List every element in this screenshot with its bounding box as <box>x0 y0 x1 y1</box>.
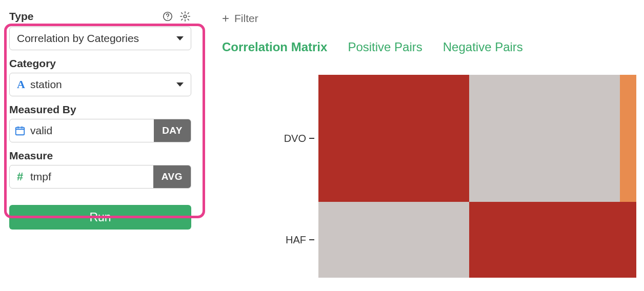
measured-by-badge[interactable]: DAY <box>154 119 191 142</box>
number-type-icon: # <box>10 165 30 188</box>
measured-by-label: Measured By <box>9 103 191 116</box>
tab-correlation-matrix[interactable]: Correlation Matrix <box>222 40 327 54</box>
tab-negative-pairs[interactable]: Negative Pairs <box>443 40 523 54</box>
tabs: Correlation Matrix Positive Pairs Negati… <box>222 40 644 54</box>
chevron-down-icon <box>176 82 184 87</box>
y-tick: HAF <box>286 202 314 278</box>
type-select[interactable]: Correlation by Categories <box>9 27 191 50</box>
filter-label: Filter <box>234 12 258 25</box>
heatmap-cell <box>469 202 620 278</box>
svg-rect-3 <box>16 128 25 135</box>
svg-point-2 <box>184 15 187 18</box>
config-sidebar: Type Correlation by Categories Category <box>0 0 197 291</box>
heatmap-cell <box>318 202 469 278</box>
measure-value: tmpf <box>30 165 153 188</box>
measure-badge[interactable]: AVG <box>153 165 191 188</box>
chevron-down-icon <box>176 36 184 40</box>
add-filter-button[interactable]: + Filter <box>222 11 644 26</box>
text-type-icon: A <box>17 78 25 91</box>
help-icon[interactable] <box>162 10 174 23</box>
category-select[interactable]: A station <box>9 73 191 96</box>
heatmap-cell <box>620 202 636 278</box>
tab-positive-pairs[interactable]: Positive Pairs <box>348 40 422 54</box>
y-tick: DVO <box>284 75 314 202</box>
run-button[interactable]: Run <box>9 205 191 230</box>
category-label: Category <box>9 57 191 70</box>
type-select-value: Correlation by Categories <box>17 32 139 45</box>
heatmap-cell <box>318 75 469 202</box>
measure-label: Measure <box>9 150 191 162</box>
measured-by-value: valid <box>30 119 154 142</box>
heatmap-cell <box>620 75 636 202</box>
calendar-icon <box>10 119 30 142</box>
measured-by-input[interactable]: valid DAY <box>9 119 191 142</box>
type-label: Type <box>9 10 33 23</box>
heatmap-cell <box>469 75 620 202</box>
correlation-heatmap: DVO HAF <box>222 75 644 278</box>
plus-icon: + <box>222 11 229 26</box>
svg-point-1 <box>167 18 168 19</box>
category-select-value: station <box>30 78 62 91</box>
gear-icon[interactable] <box>179 10 191 23</box>
main-panel: + Filter Correlation Matrix Positive Pai… <box>197 0 644 291</box>
measure-input[interactable]: # tmpf AVG <box>9 165 191 189</box>
